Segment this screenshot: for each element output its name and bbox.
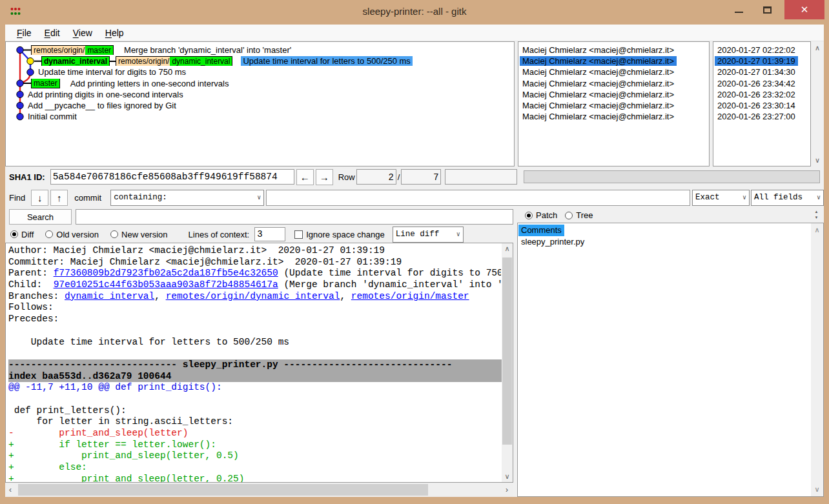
lines-of-context-label: Lines of context: bbox=[189, 230, 250, 239]
scroll-down-icon[interactable]: ∨ bbox=[502, 472, 513, 481]
diff-line: + print_and_sleep(letter, 0.25) bbox=[8, 474, 501, 483]
diff-line: Author: Maciej Chmielarz <maciej@chmiela… bbox=[8, 245, 501, 257]
scroll-down-icon[interactable]: ∨ bbox=[811, 155, 824, 165]
scroll-right-icon[interactable]: › bbox=[506, 483, 508, 497]
diff-column: Search Diff Old version New version Line… bbox=[5, 208, 513, 497]
scrollbar-thumb[interactable] bbox=[502, 257, 512, 445]
commit-date-row[interactable]: 2020-01-27 01:39:19 bbox=[715, 55, 798, 66]
file-item-comments[interactable]: Comments bbox=[518, 225, 564, 236]
commit-date-row[interactable]: 2020-01-27 01:34:30 bbox=[715, 66, 798, 77]
diff-vertical-scrollbar[interactable]: ∧ ∨ bbox=[502, 243, 513, 482]
find-next-button[interactable]: ↑ bbox=[50, 190, 68, 206]
fields-dropdown[interactable]: All fields ∨ bbox=[751, 190, 824, 206]
commit-subject: Add printing letters in one-second inter… bbox=[68, 79, 231, 88]
date-pane[interactable]: 2020-01-27 02:22:022020-01-27 01:39:1920… bbox=[713, 41, 811, 166]
forward-button[interactable]: → bbox=[316, 169, 333, 185]
ignore-space-checkbox[interactable] bbox=[294, 230, 303, 239]
diff-radio[interactable] bbox=[10, 230, 18, 238]
menu-item-help[interactable]: Help bbox=[99, 26, 130, 40]
row-number-field[interactable] bbox=[356, 169, 396, 185]
commit-link[interactable]: remotes/origin/dynamic_interval bbox=[166, 291, 340, 301]
back-button[interactable]: ← bbox=[296, 169, 314, 185]
patch-radio[interactable] bbox=[525, 212, 533, 219]
ref-tag-master[interactable]: remotes/origin/master bbox=[31, 45, 114, 55]
menu-item-view[interactable]: View bbox=[67, 26, 99, 40]
scroll-up-icon[interactable]: ∧ bbox=[811, 43, 824, 53]
menu-item-file[interactable]: File bbox=[10, 26, 38, 40]
scroll-up-icon[interactable]: ∧ bbox=[502, 245, 513, 253]
scroll-down-icon[interactable]: ∨ bbox=[811, 485, 823, 494]
minimize-button[interactable] bbox=[726, 0, 752, 19]
context-spinbox[interactable] bbox=[254, 227, 285, 241]
commit-author-row[interactable]: Maciej Chmielarz <maciej@chmielarz.it> bbox=[520, 55, 677, 66]
commit-row[interactable]: Initial commit bbox=[26, 111, 79, 122]
file-list-pane[interactable]: Commentssleepy_printer.py ∧ ∨ bbox=[517, 223, 824, 497]
diff-line: Update time interval for letters to 500/… bbox=[8, 337, 501, 348]
commit-row[interactable]: Add __pycache__ to files ignored by Git bbox=[26, 100, 178, 111]
gitk-window: sleepy-printer: --all - gitk ✕ FileEditV… bbox=[0, 0, 829, 504]
author-pane[interactable]: Maciej Chmielarz <maciej@chmielarz.it>Ma… bbox=[518, 41, 710, 166]
sha1-input[interactable] bbox=[50, 169, 294, 185]
commit-row[interactable]: remotes/origin/masterMerge branch 'dynam… bbox=[31, 45, 293, 55]
diff-horizontal-scrollbar[interactable]: ‹ › bbox=[5, 483, 513, 497]
diff-radio-label: Diff bbox=[21, 230, 34, 239]
commit-author-row[interactable]: Maciej Chmielarz <maciej@chmielarz.it> bbox=[520, 89, 677, 100]
commit-row[interactable]: masterAdd printing letters in one-second… bbox=[31, 78, 230, 89]
file-item-sleepy-printer-py[interactable]: sleepy_printer.py bbox=[518, 236, 587, 248]
branch-name: master bbox=[85, 46, 113, 55]
commit-list-scrollbar[interactable]: ∧ ∨ bbox=[811, 41, 824, 166]
commit-graph-pane[interactable]: remotes/origin/masterMerge branch 'dynam… bbox=[5, 41, 515, 166]
containing-dropdown[interactable]: containing: ∨ bbox=[110, 190, 264, 206]
row-total-field[interactable] bbox=[401, 169, 441, 185]
commit-link[interactable]: 97e010251c44f63b053aaa903a8f72b48854617a bbox=[54, 279, 278, 290]
patch-radio-label: Patch bbox=[536, 210, 557, 220]
commit-date-row[interactable]: 2020-01-27 02:22:02 bbox=[715, 45, 798, 55]
commit-date-row[interactable]: 2020-01-26 23:32:02 bbox=[715, 89, 798, 100]
diff-line: + print_and_sleep(letter, 0.5) bbox=[8, 450, 501, 462]
old-version-radio[interactable] bbox=[45, 230, 53, 238]
short-sha-field[interactable] bbox=[445, 169, 517, 185]
scroll-left-icon[interactable]: ‹ bbox=[9, 483, 12, 497]
commit-row[interactable]: dynamic_intervalremotes/origin/dynamic_i… bbox=[41, 55, 413, 66]
diff-controls-row: Diff Old version New version Lines of co… bbox=[5, 226, 513, 243]
find-button[interactable]: Find bbox=[9, 193, 25, 203]
commit-date-row[interactable]: 2020-01-26 23:34:42 bbox=[715, 78, 798, 89]
line-diff-dropdown[interactable]: Line diff ∨ bbox=[393, 227, 464, 243]
commit-author-row[interactable]: Maciej Chmielarz <maciej@chmielarz.it> bbox=[520, 78, 677, 89]
search-button[interactable]: Search bbox=[9, 209, 72, 225]
commit-row[interactable]: Add printing digits in one-second interv… bbox=[26, 89, 185, 100]
date-text: 2020-01-26 23:32:02 bbox=[715, 90, 798, 99]
author-text: Maciej Chmielarz <maciej@chmielarz.it> bbox=[520, 45, 677, 55]
diff-pane[interactable]: Author: Maciej Chmielarz <maciej@chmiela… bbox=[5, 243, 513, 483]
tree-radio[interactable] bbox=[565, 212, 573, 219]
commit-date-row[interactable]: 2020-01-26 23:30:14 bbox=[715, 100, 798, 111]
remote-prefix: remotes/origin/ bbox=[116, 57, 170, 66]
containing-value: containing: bbox=[114, 193, 167, 202]
scrollbar-thumb[interactable] bbox=[18, 484, 428, 496]
commit-link[interactable]: remotes/origin/master bbox=[351, 291, 469, 301]
commit-link[interactable]: f77360809b2d7923fb02a5c2da187fb5e4c32650 bbox=[54, 268, 278, 278]
commit-author-row[interactable]: Maciej Chmielarz <maciej@chmielarz.it> bbox=[520, 45, 677, 55]
date-text: 2020-01-27 01:39:19 bbox=[715, 56, 798, 66]
branch-name: dynamic_interval bbox=[42, 57, 109, 66]
commit-author-row[interactable]: Maciej Chmielarz <maciej@chmielarz.it> bbox=[520, 100, 677, 111]
commit-row[interactable]: Update time interval for digits to 750 m… bbox=[36, 66, 188, 77]
commit-date-row[interactable]: 2020-01-26 23:27:00 bbox=[715, 111, 798, 122]
menu-item-edit[interactable]: Edit bbox=[38, 26, 67, 40]
spinner-arrows-icon[interactable]: ▲▼ bbox=[813, 209, 820, 221]
file-list-scrollbar[interactable]: ∧ ∨ bbox=[811, 223, 823, 496]
commit-author-row[interactable]: Maciej Chmielarz <maciej@chmielarz.it> bbox=[520, 66, 677, 77]
find-input[interactable] bbox=[266, 190, 690, 206]
maximize-button[interactable] bbox=[754, 0, 780, 19]
scroll-up-icon[interactable]: ∧ bbox=[811, 226, 823, 234]
ref-tag-dynamic_interval[interactable]: remotes/origin/dynamic_interval bbox=[116, 56, 232, 66]
search-input[interactable] bbox=[76, 209, 513, 225]
new-version-radio[interactable] bbox=[110, 230, 118, 238]
ref-tag-dynamic_interval[interactable]: dynamic_interval bbox=[41, 56, 110, 66]
commit-author-row[interactable]: Maciej Chmielarz <maciej@chmielarz.it> bbox=[520, 111, 677, 122]
commit-link[interactable]: dynamic_interval bbox=[65, 291, 154, 301]
ref-tag-master[interactable]: master bbox=[31, 79, 60, 88]
match-type-dropdown[interactable]: Exact ∨ bbox=[692, 190, 750, 206]
close-button[interactable]: ✕ bbox=[784, 0, 824, 19]
find-prev-button[interactable]: ↓ bbox=[31, 190, 48, 206]
